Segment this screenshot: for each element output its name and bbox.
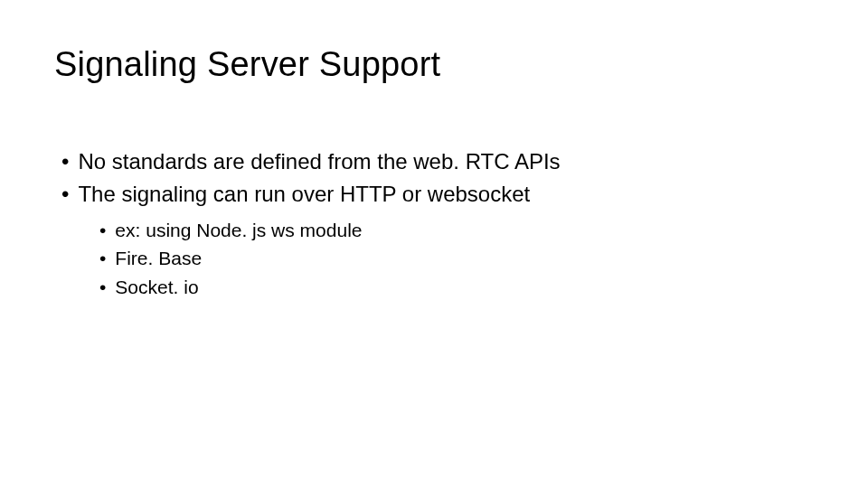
bullet-text: ex: using Node. js ws module bbox=[115, 217, 362, 243]
bullet-level2: • Fire. Base bbox=[99, 245, 814, 271]
slide-title: Signaling Server Support bbox=[54, 45, 814, 84]
bullet-text: Fire. Base bbox=[115, 245, 202, 271]
bullet-text: Socket. io bbox=[115, 274, 198, 300]
slide-content: • No standards are defined from the web.… bbox=[54, 147, 814, 300]
bullet-level2: • ex: using Node. js ws module bbox=[99, 217, 814, 243]
bullet-level2: • Socket. io bbox=[99, 274, 814, 300]
bullet-dot-icon: • bbox=[61, 180, 69, 209]
bullet-dot-icon: • bbox=[99, 217, 106, 243]
slide: Signaling Server Support • No standards … bbox=[0, 0, 868, 300]
bullet-level1: • No standards are defined from the web.… bbox=[54, 147, 814, 176]
bullet-dot-icon: • bbox=[99, 274, 106, 300]
sub-bullet-group: • ex: using Node. js ws module • Fire. B… bbox=[54, 217, 814, 300]
bullet-dot-icon: • bbox=[99, 245, 106, 271]
bullet-dot-icon: • bbox=[61, 147, 69, 176]
bullet-text: The signaling can run over HTTP or webso… bbox=[78, 180, 530, 209]
bullet-level1: • The signaling can run over HTTP or web… bbox=[54, 180, 814, 209]
bullet-text: No standards are defined from the web. R… bbox=[78, 147, 560, 176]
